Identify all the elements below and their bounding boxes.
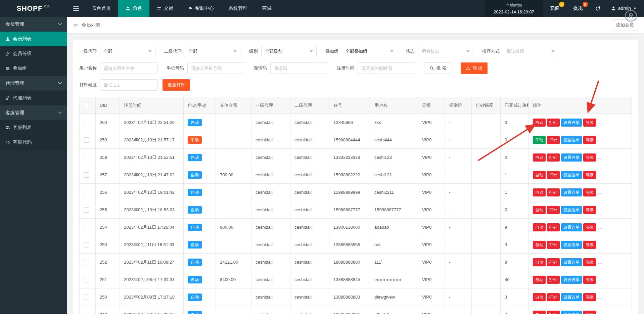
withdraw-link[interactable]: 提现 0 <box>566 0 590 17</box>
nav-item-1[interactable]: 角色 <box>118 0 149 17</box>
row-checkbox[interactable] <box>84 260 89 265</box>
filter-text-input[interactable] <box>358 62 415 74</box>
filter-text-input[interactable] <box>100 62 158 74</box>
row-checkbox[interactable] <box>84 225 89 230</box>
mode-toggle-button[interactable]: 自动 <box>533 188 546 196</box>
more-actions[interactable]: ... <box>598 155 603 160</box>
level-button[interactable]: 等级 <box>583 206 596 214</box>
mode-toggle-button[interactable]: 自动 <box>533 223 546 231</box>
mode-toggle-button[interactable]: 自动 <box>533 276 546 284</box>
mode-toggle-button[interactable]: 自动 <box>533 153 546 162</box>
row-checkbox[interactable] <box>84 190 89 195</box>
needle-button[interactable]: 打针 <box>547 223 560 231</box>
more-actions[interactable]: ... <box>598 312 603 314</box>
needle-button[interactable]: 打针 <box>547 276 560 284</box>
row-checkbox[interactable] <box>84 155 89 160</box>
filter-select[interactable]: 默认排序 <box>503 46 558 57</box>
row-checkbox[interactable] <box>84 137 89 143</box>
set-chain-button[interactable]: 设置连单 <box>561 119 582 127</box>
mode-toggle-button[interactable]: 自动 <box>533 119 546 127</box>
mode-toggle-button[interactable]: 自动 <box>533 293 546 301</box>
export-button[interactable]: 导 出 <box>461 62 488 74</box>
sidebar-item-2[interactable]: 会员等级 <box>0 46 67 61</box>
needle-button[interactable]: 打针 <box>547 171 560 179</box>
level-button[interactable]: 等级 <box>583 241 596 249</box>
level-button[interactable]: 等级 <box>583 223 596 231</box>
level-button[interactable]: 等级 <box>583 311 596 314</box>
filter-select[interactable]: 全部 <box>100 46 155 57</box>
batch-needle-button[interactable]: 批量打针 <box>163 79 190 91</box>
menu-toggle-button[interactable] <box>67 0 85 17</box>
row-checkbox[interactable] <box>84 312 89 314</box>
sidebar-item-1[interactable]: 会员列表 <box>0 32 67 46</box>
level-button[interactable]: 等级 <box>583 153 596 162</box>
add-member-button[interactable]: 添加会员 <box>612 19 638 31</box>
select-all-checkbox[interactable] <box>84 103 89 108</box>
row-checkbox[interactable] <box>84 120 89 125</box>
set-chain-button[interactable]: 设置连单 <box>561 276 582 284</box>
level-button[interactable]: 等级 <box>583 258 596 266</box>
nav-item-3[interactable]: 帮助中心 <box>181 0 221 17</box>
admin-menu[interactable]: admin <box>606 0 644 17</box>
mode-toggle-button[interactable]: 自动 <box>533 311 546 314</box>
sidebar-group-6[interactable]: 客服管理 <box>0 105 67 120</box>
set-chain-button[interactable]: 设置连单 <box>561 171 582 179</box>
filter-select[interactable]: 所有状态 <box>418 46 473 57</box>
more-actions[interactable]: ... <box>598 295 603 300</box>
sidebar-item-3[interactable]: 叠加组 <box>0 61 67 76</box>
set-chain-button[interactable]: 设置连单 <box>561 206 582 214</box>
mode-toggle-button[interactable]: 自动 <box>533 171 546 179</box>
row-checkbox[interactable] <box>84 172 89 178</box>
level-button[interactable]: 等级 <box>583 276 596 284</box>
set-chain-button[interactable]: 设置连单 <box>561 153 582 162</box>
more-actions[interactable]: ... <box>598 207 603 212</box>
row-checkbox[interactable] <box>84 242 89 248</box>
nav-item-5[interactable]: 商城 <box>255 0 279 17</box>
sidebar-group-0[interactable]: 会员管理 <box>0 17 67 32</box>
more-actions[interactable]: ... <box>598 260 603 265</box>
recharge-link[interactable]: 充值 6 <box>543 0 566 17</box>
set-chain-button[interactable]: 设置连单 <box>561 241 582 249</box>
refresh-button[interactable] <box>590 0 606 17</box>
level-button[interactable]: 等级 <box>583 171 596 179</box>
more-actions[interactable]: ... <box>598 137 603 142</box>
more-actions[interactable]: ... <box>598 225 603 230</box>
sidebar-item-5[interactable]: 代理列表 <box>0 91 67 105</box>
set-chain-button[interactable]: 设置连单 <box>561 223 582 231</box>
needle-button[interactable]: 打针 <box>547 258 560 266</box>
level-button[interactable]: 等级 <box>583 119 596 127</box>
set-chain-button[interactable]: 设置连单 <box>561 136 582 144</box>
more-actions[interactable]: ... <box>598 172 603 177</box>
row-checkbox[interactable] <box>84 207 89 213</box>
needle-button[interactable]: 打针 <box>547 206 560 214</box>
needle-button[interactable]: 打针 <box>547 311 560 314</box>
filter-text-input[interactable] <box>270 62 328 74</box>
filter-select[interactable]: 全部级别 <box>261 46 317 57</box>
sidebar-item-7[interactable]: 客服列表 <box>0 120 67 135</box>
sidebar-group-4[interactable]: 代理管理 <box>0 76 67 91</box>
needle-button[interactable]: 打针 <box>547 241 560 249</box>
set-chain-button[interactable]: 设置连单 <box>561 258 582 266</box>
mode-toggle-button[interactable]: 自动 <box>533 241 546 249</box>
nav-item-2[interactable]: 交易 <box>149 0 181 17</box>
row-checkbox[interactable] <box>84 277 89 282</box>
needle-input[interactable] <box>100 79 158 91</box>
filter-select[interactable]: 全部 <box>185 46 240 57</box>
mode-toggle-button[interactable]: 自动 <box>533 258 546 266</box>
search-button[interactable]: 搜 索 <box>424 62 452 74</box>
needle-button[interactable]: 打针 <box>547 293 560 301</box>
needle-button[interactable]: 打针 <box>547 188 560 196</box>
mode-toggle-button[interactable]: 手动 <box>533 136 546 144</box>
needle-button[interactable]: 打针 <box>547 119 560 127</box>
level-button[interactable]: 等级 <box>583 293 596 301</box>
filter-select[interactable]: 全部叠加组 <box>342 46 397 57</box>
nav-item-0[interactable]: 后台首页 <box>85 0 118 17</box>
needle-button[interactable]: 打针 <box>547 136 560 144</box>
needle-button[interactable]: 打针 <box>547 153 560 162</box>
set-chain-button[interactable]: 设置连单 <box>561 188 582 196</box>
level-button[interactable]: 等级 <box>583 136 596 144</box>
filter-text-input[interactable] <box>187 62 245 74</box>
more-actions[interactable]: ... <box>598 120 603 125</box>
nav-item-4[interactable]: 系统管理 <box>221 0 255 17</box>
set-chain-button[interactable]: 设置连单 <box>561 311 582 314</box>
